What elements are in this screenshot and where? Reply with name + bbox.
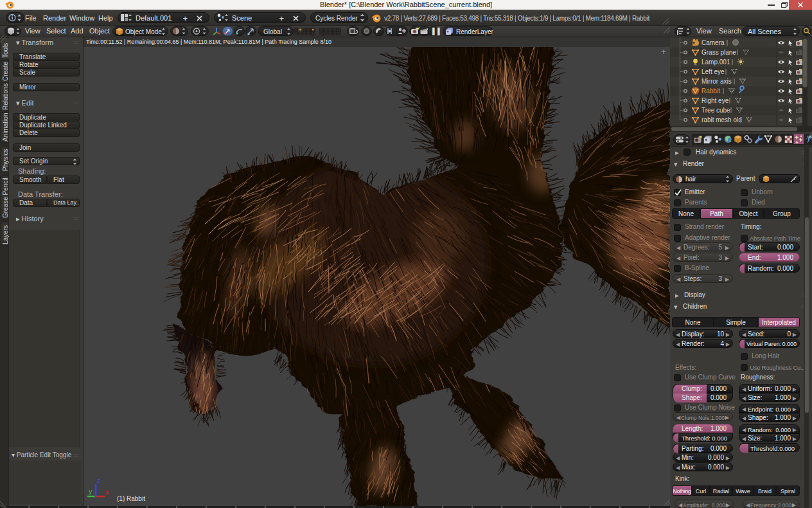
svg-text:Lamp.001: Lamp.001 [702, 59, 730, 66]
svg-text:y: y [89, 487, 93, 495]
svg-text:Right eye: Right eye [702, 97, 729, 104]
svg-text:x: x [105, 488, 109, 496]
svg-text:Grass plane: Grass plane [702, 49, 736, 56]
svg-text:rabit mesh old: rabit mesh old [702, 116, 742, 123]
svg-text:Rabbit: Rabbit [702, 87, 720, 95]
svg-text:Left eye: Left eye [702, 68, 725, 75]
svg-text:Mirror axis: Mirror axis [702, 78, 732, 85]
svg-text:Tree cube: Tree cube [702, 107, 730, 114]
svg-text:z: z [97, 476, 101, 484]
svg-text:Camera: Camera [702, 39, 725, 46]
